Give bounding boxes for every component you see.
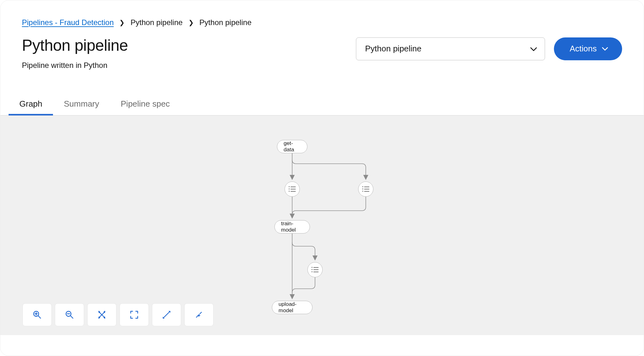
graph-node-label: get-data bbox=[284, 140, 301, 153]
page-title: Python pipeline bbox=[22, 36, 346, 55]
expand-button[interactable] bbox=[152, 303, 181, 326]
tab-summary[interactable]: Summary bbox=[62, 95, 100, 115]
graph-node-label: upload-model bbox=[279, 301, 306, 314]
header-controls: Python pipeline Actions bbox=[356, 37, 622, 60]
fit-to-screen-button[interactable] bbox=[87, 303, 116, 326]
expand-icon bbox=[162, 310, 171, 320]
svg-line-1 bbox=[38, 316, 41, 318]
graph-artifact-node[interactable] bbox=[285, 181, 300, 197]
breadcrumb-root-link[interactable]: Pipelines - Fraud Detection bbox=[22, 18, 114, 27]
tab-pipeline-spec[interactable]: Pipeline spec bbox=[120, 95, 171, 115]
graph-node-get-data[interactable]: get-data bbox=[277, 140, 307, 153]
graph-node-label: train-model bbox=[281, 221, 303, 233]
pipeline-graph-canvas[interactable]: get-data train-model upload-model bbox=[0, 115, 644, 335]
actions-button-label: Actions bbox=[570, 44, 597, 54]
breadcrumb-mid: Python pipeline bbox=[130, 18, 182, 27]
header-row: Python pipeline Pipeline written in Pyth… bbox=[0, 27, 644, 70]
svg-line-9 bbox=[164, 312, 169, 317]
zoom-out-icon bbox=[65, 310, 74, 320]
list-icon bbox=[362, 187, 369, 192]
collapse-button[interactable] bbox=[184, 303, 214, 326]
svg-line-10 bbox=[196, 316, 198, 317]
zoom-in-icon bbox=[32, 310, 42, 320]
graph-edges bbox=[0, 115, 644, 335]
zoom-in-button[interactable] bbox=[23, 303, 52, 326]
tab-bar: Graph Summary Pipeline spec bbox=[0, 95, 644, 115]
chevron-right-icon: ❯ bbox=[188, 19, 194, 26]
fullscreen-icon bbox=[129, 310, 139, 320]
caret-down-icon bbox=[602, 47, 608, 51]
list-icon bbox=[312, 267, 319, 272]
breadcrumb-leaf: Python pipeline bbox=[200, 18, 252, 27]
pipeline-details-page: Pipelines - Fraud Detection ❯ Python pip… bbox=[0, 0, 644, 356]
fullscreen-button[interactable] bbox=[120, 303, 149, 326]
pipeline-version-select[interactable]: Python pipeline bbox=[356, 37, 545, 60]
graph-node-upload-model[interactable]: upload-model bbox=[272, 301, 312, 314]
page-subtitle: Pipeline written in Python bbox=[22, 61, 346, 70]
tab-graph[interactable]: Graph bbox=[18, 95, 43, 115]
fit-icon bbox=[97, 310, 107, 320]
zoom-out-button[interactable] bbox=[55, 303, 84, 326]
graph-node-train-model[interactable]: train-model bbox=[274, 220, 310, 234]
collapse-icon bbox=[194, 310, 204, 320]
graph-artifact-node[interactable] bbox=[358, 181, 373, 197]
chevron-right-icon: ❯ bbox=[119, 19, 125, 26]
list-icon bbox=[289, 187, 296, 192]
graph-artifact-node[interactable] bbox=[307, 262, 323, 277]
graph-toolbar bbox=[23, 303, 214, 326]
svg-line-5 bbox=[70, 316, 73, 318]
breadcrumb: Pipelines - Fraud Detection ❯ Python pip… bbox=[0, 0, 644, 27]
caret-down-icon bbox=[530, 44, 537, 54]
title-block: Python pipeline Pipeline written in Pyth… bbox=[22, 36, 346, 70]
svg-line-11 bbox=[200, 312, 201, 314]
pipeline-version-select-value: Python pipeline bbox=[365, 44, 422, 54]
actions-button[interactable]: Actions bbox=[554, 37, 622, 60]
